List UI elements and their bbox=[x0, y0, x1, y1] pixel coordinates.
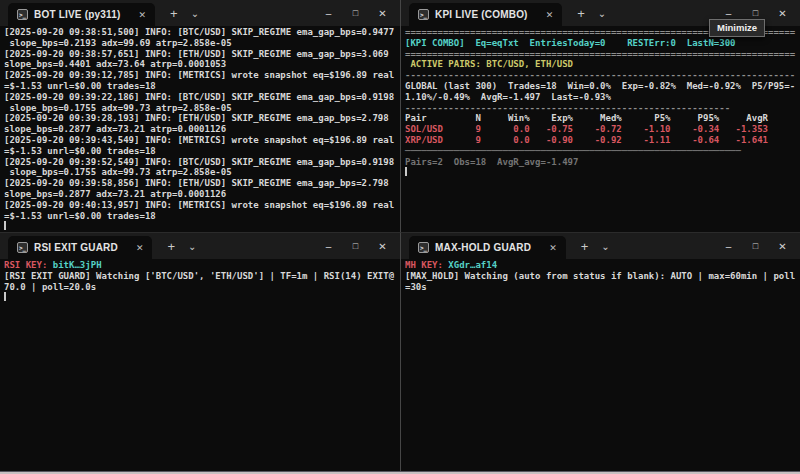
close-button[interactable]: ✕ bbox=[769, 241, 796, 252]
terminal-app-icon: >_ bbox=[418, 242, 429, 253]
tab-dropdown-icon[interactable]: ⌄ bbox=[598, 8, 606, 19]
terminal-text: [MAX_HOLD] Watching (auto from status if… bbox=[405, 271, 795, 281]
tab-close-icon[interactable]: ✕ bbox=[136, 243, 144, 253]
terminal-text: SOL/USD 9 0.0 -0.75 -0.72 -1.10 -0.34 -1… bbox=[405, 124, 768, 134]
terminal-line: slope_bps=0.4401 adx=73.64 atrp=0.000105… bbox=[4, 59, 400, 70]
terminal-text: 1.10%/-0.49% AvgR=-1.497 Last=-0.93% bbox=[405, 92, 611, 102]
terminal-window-bot-live: >_ BOT LIVE (py311) ✕ + ⌄ – □ ✕ [2025-09… bbox=[0, 0, 400, 232]
terminal-line: GLOBAL (last 300) Trades=18 Win=0.0% Exp… bbox=[405, 81, 800, 92]
terminal-line: slope_bps=0.1755 adx=99.73 atrp=2.858e-0… bbox=[4, 103, 400, 114]
terminal-line: RSI KEY: bitK…3jPH bbox=[4, 260, 400, 271]
minimize-button[interactable]: – bbox=[315, 8, 342, 19]
maximize-button[interactable]: □ bbox=[742, 241, 769, 251]
tab-dropdown-icon[interactable]: ⌄ bbox=[191, 8, 199, 19]
terminal-text: slope_bps=0.2193 adx=99.69 atrp=2.858e-0… bbox=[4, 38, 232, 48]
terminal-text: =$-1.53 unrl=$0.00 trades=18 bbox=[4, 211, 156, 221]
terminal-line: SOL/USD 9 0.0 -0.75 -0.72 -1.10 -0.34 -1… bbox=[405, 124, 800, 135]
maximize-button[interactable]: □ bbox=[342, 241, 369, 251]
terminal-line: 1.10%/-0.49% AvgR=-1.497 Last=-0.93% bbox=[405, 92, 800, 103]
tab-title: MAX-HOLD GUARD bbox=[435, 242, 531, 253]
desktop: >_ BOT LIVE (py311) ✕ + ⌄ – □ ✕ [2025-09… bbox=[0, 0, 800, 474]
tab-close-icon[interactable]: ✕ bbox=[549, 243, 557, 253]
terminal-line: [2025-09-20 09:39:22,186] INFO: [BTC/USD… bbox=[4, 92, 400, 103]
terminal-output-bot-live[interactable]: [2025-09-20 09:38:51,500] INFO: [BTC/USD… bbox=[0, 26, 400, 232]
terminal-output-kpi-live[interactable]: ========================================… bbox=[401, 26, 800, 178]
tab-bar-rsi-guard: >_ RSI EXIT GUARD ✕ + ⌄ – □ ✕ bbox=[0, 233, 400, 259]
terminal-line: [2025-09-20 09:39:12,785] INFO: [METRICS… bbox=[4, 70, 400, 81]
terminal-text: ACTIVE PAIRS: BTC/USD, ETH/USD bbox=[405, 59, 573, 69]
terminal-line: Pairs=2 Obs=18 AvgR_avg=-1.497 bbox=[405, 157, 800, 168]
terminal-line: =$-1.53 unrl=$0.00 trades=18 bbox=[4, 146, 400, 157]
terminal-line bbox=[4, 221, 400, 232]
minimize-tooltip: Minimize bbox=[709, 19, 765, 37]
terminal-app-icon: >_ bbox=[17, 242, 28, 253]
terminal-output-rsi-guard[interactable]: RSI KEY: bitK…3jPH[RSI EXIT GUARD] Watch… bbox=[0, 259, 400, 303]
terminal-line: slope_bps=0.2193 adx=99.69 atrp=2.858e-0… bbox=[4, 38, 400, 49]
tab-dropdown-icon[interactable]: ⌄ bbox=[601, 241, 609, 252]
close-button[interactable]: ✕ bbox=[769, 8, 796, 19]
terminal-text: RSI KEY: bbox=[4, 260, 53, 270]
tab-title: RSI EXIT GUARD bbox=[34, 242, 118, 253]
terminal-line: [2025-09-20 09:38:57,651] INFO: [ETH/USD… bbox=[4, 49, 400, 60]
terminal-line: Pair N Win% Exp% Med% P5% P95% AvgR bbox=[405, 113, 800, 124]
terminal-text: [2025-09-20 09:39:28,193] INFO: [ETH/USD… bbox=[4, 113, 389, 123]
tab-bot-live[interactable]: >_ BOT LIVE (py311) ✕ bbox=[8, 3, 155, 26]
terminal-text: ----------------------------------------… bbox=[405, 70, 795, 80]
terminal-line: slope_bps=0.2877 adx=73.21 atrp=0.000112… bbox=[4, 189, 400, 200]
minimize-button[interactable]: – bbox=[715, 241, 742, 252]
new-tab-button[interactable]: + bbox=[170, 6, 178, 21]
terminal-line: ────────────────────────────────────────… bbox=[405, 146, 800, 157]
terminal-line: [2025-09-20 09:38:51,500] INFO: [BTC/USD… bbox=[4, 27, 400, 38]
terminal-text: bitK…3jPH bbox=[53, 260, 102, 270]
terminal-text: slope_bps=0.1755 adx=99.73 atrp=2.858e-0… bbox=[4, 167, 232, 177]
terminal-line: ----------------------------------------… bbox=[405, 70, 800, 81]
terminal-text: [2025-09-20 09:39:12,785] INFO: [METRICS… bbox=[4, 70, 394, 80]
terminal-text: 70.0 | poll=20.0s bbox=[4, 282, 96, 292]
minimize-button[interactable]: – bbox=[715, 8, 742, 19]
close-button[interactable]: ✕ bbox=[369, 241, 396, 252]
terminal-app-icon: >_ bbox=[418, 9, 429, 20]
terminal-line: slope_bps=0.2877 adx=73.21 atrp=0.000112… bbox=[4, 124, 400, 135]
terminal-text: [2025-09-20 09:38:57,651] INFO: [ETH/USD… bbox=[4, 49, 389, 59]
terminal-line: [RSI EXIT GUARD] Watching ['BTC/USD', 'E… bbox=[4, 271, 400, 282]
new-tab-button[interactable]: + bbox=[581, 239, 589, 254]
terminal-text: MH KEY: bbox=[405, 260, 448, 270]
terminal-text: [2025-09-20 09:39:22,186] INFO: [BTC/USD… bbox=[4, 92, 394, 102]
tab-max-hold[interactable]: >_ MAX-HOLD GUARD ✕ bbox=[409, 236, 566, 259]
tab-dropdown-icon[interactable]: ⌄ bbox=[188, 241, 196, 252]
terminal-line: [MAX_HOLD] Watching (auto from status if… bbox=[405, 271, 800, 282]
minimize-button[interactable]: – bbox=[315, 241, 342, 252]
terminal-text: slope_bps=0.1755 adx=99.73 atrp=2.858e-0… bbox=[4, 103, 232, 113]
tab-close-icon[interactable]: ✕ bbox=[139, 10, 147, 20]
terminal-text: ----------------------------------------… bbox=[405, 103, 730, 113]
terminal-text: [RSI EXIT GUARD] Watching ['BTC/USD', 'E… bbox=[4, 271, 394, 281]
terminal-text: [2025-09-20 09:39:52,549] INFO: [BTC/USD… bbox=[4, 157, 394, 167]
terminal-text: =$-1.53 unrl=$0.00 trades=18 bbox=[4, 81, 156, 91]
terminal-line: 70.0 | poll=20.0s bbox=[4, 282, 400, 293]
terminal-line: ACTIVE PAIRS: BTC/USD, ETH/USD bbox=[405, 59, 800, 70]
terminal-text: slope_bps=0.4401 adx=73.64 atrp=0.000105… bbox=[4, 59, 226, 69]
terminal-text: [2025-09-20 09:39:58,856] INFO: [ETH/USD… bbox=[4, 178, 389, 188]
terminal-window-kpi-live: >_ KPI LIVE (COMBO) ✕ + ⌄ – □ ✕ Minimize… bbox=[400, 0, 800, 232]
terminal-line bbox=[405, 167, 800, 178]
terminal-output-max-hold[interactable]: MH KEY: XGdr…af14[MAX_HOLD] Watching (au… bbox=[401, 259, 800, 292]
terminal-cursor bbox=[4, 292, 6, 301]
terminal-text: Pairs=2 Obs=18 AvgR_avg=-1.497 bbox=[405, 157, 578, 167]
terminal-text: [2025-09-20 09:40:13,957] INFO: [METRICS… bbox=[4, 200, 394, 210]
maximize-button[interactable]: □ bbox=[342, 8, 369, 18]
terminal-line: =$-1.53 unrl=$0.00 trades=18 bbox=[4, 81, 400, 92]
tab-title: KPI LIVE (COMBO) bbox=[435, 9, 528, 20]
terminal-text: GLOBAL (last 300) Trades=18 Win=0.0% Exp… bbox=[405, 81, 795, 91]
new-tab-button[interactable]: + bbox=[577, 6, 585, 21]
tab-rsi-guard[interactable]: >_ RSI EXIT GUARD ✕ bbox=[8, 236, 152, 259]
terminal-line: MH KEY: XGdr…af14 bbox=[405, 260, 800, 271]
new-tab-button[interactable]: + bbox=[167, 239, 175, 254]
terminal-text: XRP/USD 9 0.0 -0.90 -0.92 -1.11 -0.64 -1… bbox=[405, 135, 768, 145]
tab-close-icon[interactable]: ✕ bbox=[546, 10, 554, 20]
tab-title: BOT LIVE (py311) bbox=[34, 9, 121, 20]
close-button[interactable]: ✕ bbox=[369, 8, 396, 19]
terminal-text: slope_bps=0.2877 adx=73.21 atrp=0.000112… bbox=[4, 124, 226, 134]
maximize-button[interactable]: □ bbox=[742, 8, 769, 18]
terminal-text: Pair N Win% Exp% Med% P5% P95% AvgR bbox=[405, 113, 768, 123]
tab-kpi-live[interactable]: >_ KPI LIVE (COMBO) ✕ bbox=[409, 3, 562, 26]
